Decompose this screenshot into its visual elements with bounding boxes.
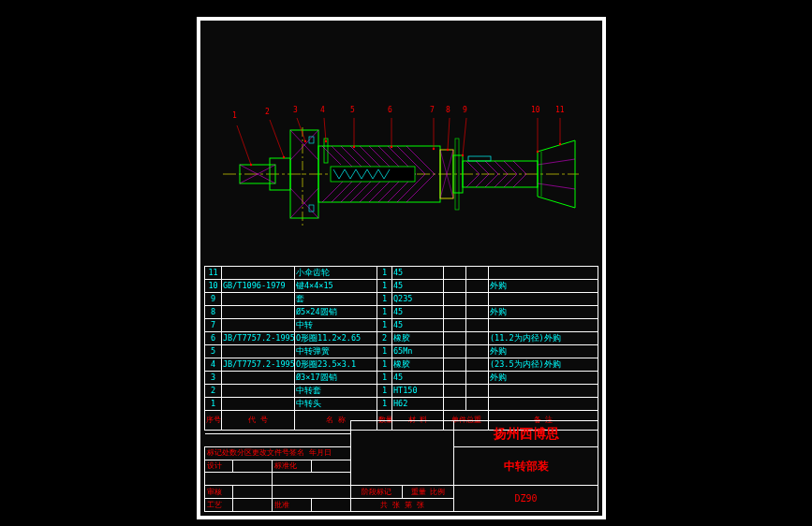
bom-cell-note bbox=[489, 385, 598, 398]
bom-cell-mat: 65Mn bbox=[392, 345, 444, 358]
bom-cell-mat: 45 bbox=[392, 306, 444, 319]
title-block: 扬州西博思 标记处数分区更改文件号签名 年月日 中转部装 设计 标准化 bbox=[204, 420, 598, 512]
bom-cell-idx: 7 bbox=[205, 319, 222, 332]
bom-cell-wt2 bbox=[466, 319, 489, 332]
ref-4: 4 bbox=[320, 107, 325, 114]
bom-row: 11小伞齿轮145 bbox=[205, 267, 598, 280]
svg-point-73 bbox=[325, 140, 327, 142]
ref-10: 10 bbox=[531, 107, 540, 114]
bom-cell-qty: 1 bbox=[377, 319, 392, 332]
bom-cell-name: 中转套 bbox=[295, 385, 377, 398]
bom-cell-idx: 9 bbox=[205, 293, 222, 306]
bom-cell-wt2 bbox=[466, 358, 489, 372]
ref-2: 2 bbox=[265, 109, 270, 116]
svg-point-72 bbox=[304, 140, 306, 142]
sheet-label: 共 张 第 张 bbox=[351, 499, 454, 512]
bom-cell-name: 小伞齿轮 bbox=[295, 267, 377, 280]
bom-cell-idx: 5 bbox=[205, 345, 222, 358]
bom-cell-wt2 bbox=[466, 306, 489, 319]
bom-cell-note bbox=[489, 293, 598, 306]
bom-cell-idx: 3 bbox=[205, 372, 222, 385]
bom-cell-mat: H62 bbox=[392, 398, 444, 411]
bom-cell-code bbox=[222, 385, 295, 398]
bom-cell-wt1 bbox=[444, 345, 466, 358]
bom-cell-idx: 8 bbox=[205, 306, 222, 319]
bom-cell-idx: 11 bbox=[205, 267, 222, 280]
bom-cell-wt1 bbox=[444, 293, 466, 306]
ref-6: 6 bbox=[388, 107, 392, 114]
bom-cell-note: 外购 bbox=[489, 306, 598, 319]
drawing-sheet: 1 2 3 4 5 6 7 8 9 10 11 11小伞齿轮14510GB/T1… bbox=[197, 17, 606, 519]
bom-cell-mat: 45 bbox=[392, 372, 444, 385]
bom-cell-name: O形圈11.2×2.65 bbox=[295, 332, 377, 345]
bom-cell-qty: 1 bbox=[377, 293, 392, 306]
svg-point-76 bbox=[433, 148, 435, 150]
svg-point-78 bbox=[462, 154, 464, 156]
process-label: 工艺 bbox=[205, 499, 233, 512]
bom-cell-mat: HT150 bbox=[392, 385, 444, 398]
bom-cell-wt2 bbox=[466, 385, 489, 398]
bom-cell-wt1 bbox=[444, 280, 466, 293]
assembly-title: 中转部装 bbox=[454, 446, 598, 486]
bom-cell-qty: 1 bbox=[377, 398, 392, 411]
bom-cell-code bbox=[222, 398, 295, 411]
bom-cell-wt2 bbox=[466, 293, 489, 306]
bom-cell-wt2 bbox=[466, 345, 489, 358]
ref-5: 5 bbox=[350, 107, 355, 114]
bom-row: 5中转弹簧165Mn外购 bbox=[205, 345, 598, 358]
bom-cell-wt2 bbox=[466, 280, 489, 293]
bom-cell-name: 键4×4×15 bbox=[295, 280, 377, 293]
bom-cell-qty: 1 bbox=[377, 358, 392, 372]
bom-cell-wt1 bbox=[444, 306, 466, 319]
svg-point-74 bbox=[353, 146, 355, 148]
svg-point-80 bbox=[559, 143, 561, 145]
cad-viewport: 1 2 3 4 5 6 7 8 9 10 11 11小伞齿轮14510GB/T1… bbox=[9, 7, 801, 518]
bom-cell-wt1 bbox=[444, 358, 466, 372]
bom-row: 4JB/T7757.2-1995O形圈23.5×3.11橡胶(23.5为内径)外… bbox=[205, 358, 598, 372]
design-label: 设计 bbox=[205, 460, 233, 473]
bom-cell-name: 中转头 bbox=[295, 398, 377, 411]
bom-cell-mat: 45 bbox=[392, 280, 444, 293]
bom-cell-idx: 1 bbox=[205, 398, 222, 411]
bom-cell-name: 中转弹簧 bbox=[295, 345, 377, 358]
svg-point-77 bbox=[447, 149, 449, 151]
bom-cell-code bbox=[222, 345, 295, 358]
svg-line-15 bbox=[322, 146, 341, 165]
bom-row: 6JB/T7757.2-1995O形圈11.2×2.652橡胶(11.2为内径)… bbox=[205, 332, 598, 345]
bom-cell-idx: 2 bbox=[205, 385, 222, 398]
svg-line-59 bbox=[237, 125, 251, 165]
weight-label: 重量 bbox=[411, 488, 426, 496]
bom-cell-wt2 bbox=[466, 332, 489, 345]
bom-cell-note: 外购 bbox=[489, 345, 598, 358]
bom-cell-name: Ø5×24圆销 bbox=[295, 306, 377, 319]
svg-rect-41 bbox=[468, 156, 491, 161]
ref-7: 7 bbox=[430, 107, 435, 114]
bom-cell-mat: Q235 bbox=[392, 293, 444, 306]
bom-cell-mat: 45 bbox=[392, 319, 444, 332]
bom-cell-code bbox=[222, 319, 295, 332]
bom-cell-note: 外购 bbox=[489, 280, 598, 293]
bom-cell-qty: 1 bbox=[377, 372, 392, 385]
bom-cell-wt2 bbox=[466, 372, 489, 385]
bom-row: 1中转头1H62 bbox=[205, 398, 598, 411]
bom-cell-note bbox=[489, 398, 598, 411]
assembly-section-view bbox=[204, 24, 598, 266]
ref-11: 11 bbox=[555, 107, 565, 114]
bom-table: 11小伞齿轮14510GB/T1096-1979键4×4×15145外购9套1Q… bbox=[204, 266, 598, 431]
bom-cell-note: (11.2为内径)外购 bbox=[489, 332, 598, 345]
ref-3: 3 bbox=[293, 107, 298, 114]
bom-cell-mat: 橡胶 bbox=[392, 332, 444, 345]
review-label: 审核 bbox=[205, 486, 233, 499]
svg-point-71 bbox=[283, 156, 285, 158]
bom-row: 8Ø5×24圆销145外购 bbox=[205, 306, 598, 319]
bom-cell-wt1 bbox=[444, 385, 466, 398]
bom-cell-wt1 bbox=[444, 398, 466, 411]
svg-line-60 bbox=[270, 120, 284, 157]
stage-label: 阶段标记 bbox=[351, 486, 403, 499]
bom-cell-note: (23.5为内径)外购 bbox=[489, 358, 598, 372]
svg-line-56 bbox=[538, 159, 575, 165]
bom-row: 7中转145 bbox=[205, 319, 598, 332]
bom-cell-mat: 45 bbox=[392, 267, 444, 280]
bom-cell-wt1 bbox=[444, 332, 466, 345]
bom-cell-name: O形圈23.5×3.1 bbox=[295, 358, 377, 372]
